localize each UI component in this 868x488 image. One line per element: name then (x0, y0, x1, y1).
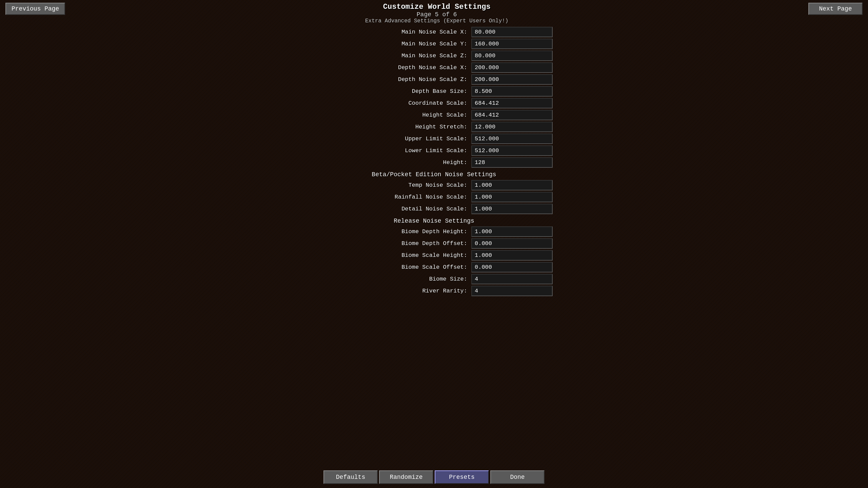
setting-input[interactable] (471, 62, 553, 73)
page-number: Page 5 of 6 (65, 11, 808, 18)
setting-row: Depth Noise Scale Z: (315, 74, 553, 85)
done-button[interactable]: Done (490, 470, 545, 484)
setting-input[interactable] (471, 122, 553, 132)
setting-input[interactable] (471, 134, 553, 144)
setting-row: Lower Limit Scale: (315, 145, 553, 156)
setting-input[interactable] (471, 180, 553, 190)
setting-input[interactable] (471, 110, 553, 120)
presets-button[interactable]: Presets (435, 470, 489, 484)
page-note: Extra Advanced Settings (Expert Users On… (65, 18, 808, 24)
setting-input[interactable] (471, 86, 553, 97)
setting-label: Biome Depth Offset: (401, 240, 467, 247)
setting-input[interactable] (471, 238, 553, 249)
setting-row: Depth Noise Scale X: (315, 62, 553, 73)
setting-input[interactable] (471, 250, 553, 261)
setting-label: Rainfall Noise Scale: (395, 194, 467, 200)
setting-label: Depth Noise Scale Z: (398, 76, 467, 83)
content-area: Main Noise Scale X:Main Noise Scale Y:Ma… (0, 27, 868, 466)
setting-label: Upper Limit Scale: (405, 136, 467, 142)
setting-row: Biome Size: (315, 274, 553, 284)
setting-row: Temp Noise Scale: (315, 180, 553, 190)
setting-input[interactable] (471, 145, 553, 156)
setting-row: Main Noise Scale Z: (315, 50, 553, 61)
prev-page-button[interactable]: Previous Page (5, 3, 65, 15)
setting-input[interactable] (471, 98, 553, 108)
setting-row: Height: (315, 157, 553, 168)
setting-row: Main Noise Scale Y: (315, 39, 553, 49)
setting-input[interactable] (471, 39, 553, 49)
title-area: Customize World Settings Page 5 of 6 Ext… (65, 3, 808, 24)
setting-label: Detail Noise Scale: (401, 206, 467, 212)
setting-label: Main Noise Scale Y: (401, 41, 467, 47)
setting-input[interactable] (471, 192, 553, 202)
setting-label: Biome Depth Height: (401, 228, 467, 235)
setting-input[interactable] (471, 286, 553, 296)
setting-row: River Rarity: (315, 286, 553, 296)
setting-label: Height Scale: (422, 112, 467, 118)
setting-label: Main Noise Scale X: (401, 29, 467, 35)
page-title: Customize World Settings (65, 3, 808, 11)
setting-row: Rainfall Noise Scale: (315, 192, 553, 202)
setting-label: River Rarity: (422, 288, 467, 294)
setting-row: Biome Depth Offset: (315, 238, 553, 249)
setting-row: Biome Scale Offset: (315, 262, 553, 272)
top-bar: Previous Page Customize World Settings P… (0, 0, 868, 27)
setting-row: Biome Depth Height: (315, 226, 553, 237)
setting-row: Height Stretch: (315, 122, 553, 132)
setting-label: Biome Scale Height: (401, 252, 467, 259)
setting-label: Biome Scale Offset: (401, 264, 467, 270)
setting-input[interactable] (471, 204, 553, 214)
setting-label: Coordinate Scale: (409, 100, 467, 106)
setting-label: Depth Base Size: (412, 88, 467, 95)
setting-input[interactable] (471, 262, 553, 272)
section-header-3: Release Noise Settings (315, 218, 553, 224)
defaults-button[interactable]: Defaults (323, 470, 378, 484)
randomize-button[interactable]: Randomize (379, 470, 433, 484)
setting-row: Upper Limit Scale: (315, 134, 553, 144)
setting-label: Height Stretch: (415, 124, 467, 130)
setting-label: Lower Limit Scale: (405, 147, 467, 154)
setting-label: Biome Size: (429, 276, 467, 282)
setting-row: Main Noise Scale X: (315, 27, 553, 37)
setting-label: Depth Noise Scale X: (398, 64, 467, 71)
setting-input[interactable] (471, 226, 553, 237)
section-header-1: Beta/Pocket Edition Noise Settings (315, 171, 553, 178)
setting-row: Detail Noise Scale: (315, 204, 553, 214)
setting-row: Coordinate Scale: (315, 98, 553, 108)
setting-label: Temp Noise Scale: (409, 182, 467, 188)
next-page-button[interactable]: Next Page (808, 3, 863, 15)
setting-input[interactable] (471, 274, 553, 284)
setting-row: Height Scale: (315, 110, 553, 120)
setting-label: Height: (443, 159, 467, 166)
settings-container: Main Noise Scale X:Main Noise Scale Y:Ma… (315, 27, 553, 298)
setting-label: Main Noise Scale Z: (401, 53, 467, 59)
bottom-bar: Defaults Randomize Presets Done (0, 466, 868, 488)
setting-input[interactable] (471, 50, 553, 61)
setting-input[interactable] (471, 27, 553, 37)
setting-input[interactable] (471, 74, 553, 85)
setting-row: Biome Scale Height: (315, 250, 553, 261)
setting-input[interactable] (471, 157, 553, 168)
setting-row: Depth Base Size: (315, 86, 553, 97)
